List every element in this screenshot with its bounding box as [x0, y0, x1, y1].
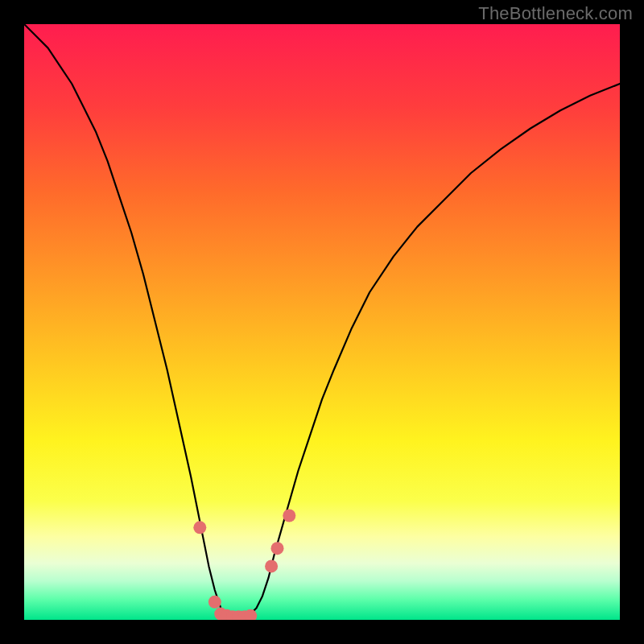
- curve-marker: [208, 596, 221, 609]
- curve-marker: [283, 510, 295, 522]
- plot-area: [24, 24, 620, 620]
- watermark-text: TheBottleneck.com: [478, 3, 633, 24]
- highlight-markers: [24, 24, 620, 620]
- curve-marker: [271, 542, 284, 555]
- chart-frame: TheBottleneck.com: [0, 0, 644, 644]
- curve-marker: [265, 559, 278, 572]
- curve-marker: [193, 521, 206, 534]
